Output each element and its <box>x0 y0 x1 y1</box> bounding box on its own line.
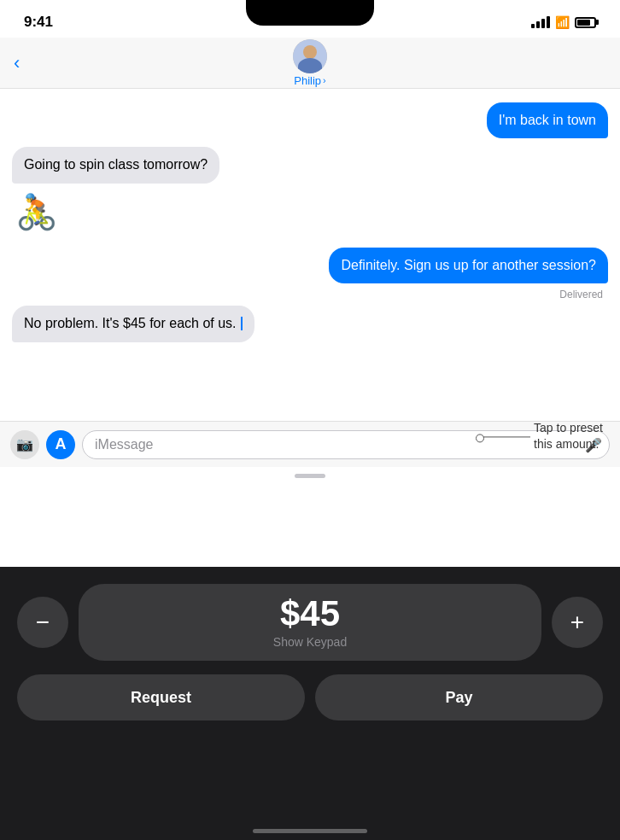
appstore-icon: A <box>56 435 67 453</box>
battery-fill <box>577 20 590 26</box>
camera-icon: 📷 <box>16 436 33 452</box>
status-icons: 📶 <box>531 15 596 29</box>
show-keypad-label: Show Keypad <box>273 635 347 649</box>
delivered-status: Delivered <box>12 289 608 300</box>
message-row: Going to spin class tomorrow? <box>12 147 608 183</box>
signal-bars <box>531 16 550 28</box>
callout-line <box>479 436 530 437</box>
message-row: 🚴 <box>12 192 608 239</box>
emoji-message: 🚴 <box>15 192 58 232</box>
signal-bar-1 <box>531 24 535 28</box>
messages-area: I'm back in town Going to spin class tom… <box>0 89 620 421</box>
minus-button[interactable]: − <box>17 597 68 648</box>
amount-value: $45 <box>280 596 340 632</box>
notch <box>246 0 374 26</box>
message-row: Definitely. Sign us up for another sessi… <box>12 248 608 283</box>
home-indicator <box>253 829 367 833</box>
drag-indicator <box>0 467 620 481</box>
received-bubble-highlighted[interactable]: No problem. It's $45 for each of us. <box>12 306 254 341</box>
callout-text: Tap to presetthis amount. <box>534 420 603 453</box>
status-time: 9:41 <box>24 14 53 31</box>
message-row[interactable]: No problem. It's $45 for each of us. <box>12 306 608 341</box>
signal-bar-3 <box>541 19 545 28</box>
text-cursor <box>241 317 243 330</box>
nav-bar: ‹ Philip › <box>0 38 620 89</box>
amount-display[interactable]: $45 Show Keypad <box>79 584 541 661</box>
contact-avatar <box>293 39 327 73</box>
contact-chevron: › <box>323 75 326 85</box>
contact-header[interactable]: Philip › <box>293 39 327 87</box>
avatar-person <box>293 39 327 73</box>
request-button[interactable]: Request <box>17 674 305 720</box>
back-button[interactable]: ‹ <box>14 52 20 74</box>
sent-bubble: I'm back in town <box>487 102 608 138</box>
drag-pill <box>295 474 325 478</box>
message-row: I'm back in town <box>12 102 608 138</box>
sent-bubble: Definitely. Sign us up for another sessi… <box>329 248 608 283</box>
contact-name: Philip <box>294 74 321 87</box>
signal-bar-4 <box>547 16 550 28</box>
amount-row: − $45 Show Keypad + <box>17 584 603 661</box>
wifi-icon: 📶 <box>555 15 570 29</box>
battery-icon <box>575 17 596 28</box>
signal-bar-2 <box>536 21 540 28</box>
phone-frame: 9:41 📶 ‹ <box>0 0 620 840</box>
callout-annotation: Tap to presetthis amount. <box>479 420 603 453</box>
payment-actions: Request Pay <box>17 674 603 720</box>
camera-button[interactable]: 📷 <box>10 430 39 459</box>
plus-button[interactable]: + <box>552 597 603 648</box>
input-placeholder: iMessage <box>95 437 153 452</box>
contact-name-row: Philip › <box>294 73 325 87</box>
payment-panel: − $45 Show Keypad + Request Pay <box>0 567 620 840</box>
received-bubble: Going to spin class tomorrow? <box>12 147 219 183</box>
pay-button[interactable]: Pay <box>315 674 603 720</box>
appstore-button[interactable]: A <box>46 430 75 459</box>
